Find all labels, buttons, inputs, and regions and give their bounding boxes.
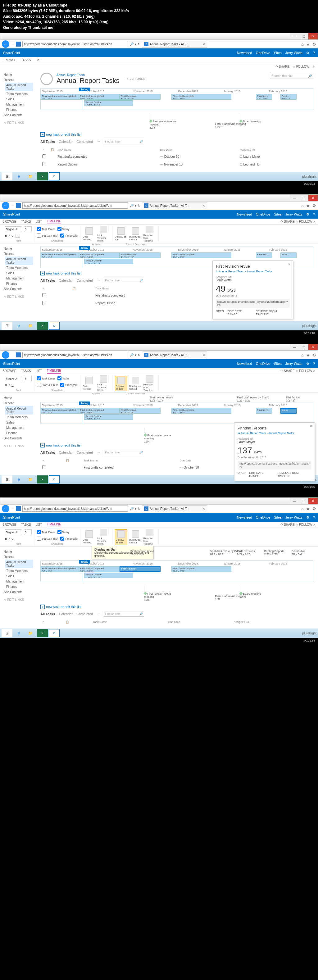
- view-all-tasks[interactable]: All Tasks: [40, 140, 55, 143]
- browser-tab[interactable]: S Annual Report Tasks - All T... ✕: [142, 41, 207, 48]
- callout-final-draft-revue[interactable]: Final draft revue meeting1/22: [215, 123, 246, 129]
- task-checkbox[interactable]: [42, 154, 46, 158]
- main-content: Search this site🔎 Annual Report Team Ann…: [36, 70, 318, 172]
- table-row[interactable]: First drafts completed⋯ October 30☐ Laur…: [41, 153, 313, 160]
- remove-timeline-button[interactable]: Remove from Timeline: [143, 226, 156, 242]
- callout-top-dist[interactable]: Distribution3/2 - 3/4: [286, 396, 300, 402]
- minimize-button[interactable]: —: [290, 33, 299, 40]
- nav-management[interactable]: Management: [5, 102, 33, 107]
- popup-close-icon[interactable]: ✕: [288, 263, 290, 266]
- task-callout-popup: ✕ First revision revue In Annual Report …: [212, 261, 293, 319]
- popup-breadcrumb[interactable]: In Annual Report Team › Annual Report Ta…: [216, 270, 290, 273]
- share-bar: ↷ SHARE ☆ FOLLOW ⤢: [0, 64, 318, 70]
- follow-icon[interactable]: ☆ FOLLOW: [293, 65, 309, 68]
- nav-team-members[interactable]: Team Members: [5, 91, 33, 97]
- frame-3: —☐✕ ←→ http://report.globomantics.com/_l…: [0, 344, 318, 484]
- bar-final-draft[interactable]: Final draft complete12/7 - 1/22: [172, 94, 231, 100]
- nav-recent[interactable]: Recent: [3, 77, 33, 83]
- share-icon[interactable]: ↷ SHARE: [275, 65, 289, 68]
- explorer-taskbar-button[interactable]: 📁: [25, 172, 36, 180]
- home-icon[interactable]: ⌂: [301, 42, 304, 46]
- meta-file: File: 02_03-Display as a Callout.mp4: [3, 3, 315, 8]
- task-checkbox[interactable]: [42, 162, 46, 166]
- tab-title: Annual Report Tasks - All T...: [150, 43, 189, 46]
- find-input[interactable]: Find an item🔎: [104, 139, 144, 145]
- maximize-button[interactable]: ☐: [299, 33, 308, 40]
- nav-annual-report-tasks[interactable]: Annual Report Tasks: [5, 83, 33, 91]
- bar-drafts[interactable]: First drafts completed10/1 - 10/30: [79, 94, 120, 100]
- onedrive-link[interactable]: OneDrive: [256, 51, 270, 55]
- date-format-button[interactable]: Date Format: [83, 227, 95, 241]
- new-task-link[interactable]: +new task or edit this list: [40, 133, 313, 136]
- bar-print-selected[interactable]: Printi...: [280, 408, 297, 414]
- close-button[interactable]: ✕: [308, 33, 318, 40]
- refresh-icon[interactable]: ↻: [138, 42, 140, 46]
- meta-video: Video: h264, yuv420p, 1024x768, 265 kb/s…: [3, 19, 315, 25]
- meta-size: Size: 8043296 bytes (7.67 MiB), duration…: [3, 8, 315, 14]
- focus-icon[interactable]: ⤢: [312, 65, 315, 68]
- tools-icon[interactable]: ⚙: [312, 42, 316, 46]
- callout-top-final-draft[interactable]: Final draft revue by Board1/22 - 1/22: [237, 396, 269, 402]
- settings-icon[interactable]: ⚙: [306, 51, 309, 55]
- display-bar-button-highlighted[interactable]: Display as Bar: [115, 376, 127, 391]
- popup-remove-button[interactable]: REMOVE FROM TIMELINE: [256, 310, 290, 316]
- edit-links-button[interactable]: ✎ EDIT LINKS: [126, 77, 145, 80]
- sites-link[interactable]: Sites: [274, 51, 281, 55]
- bar-final-rev[interactable]: Final revi...2/2 - 2/12: [256, 94, 272, 100]
- callout-first-rev[interactable]: First revision revuemeeting12/4: [150, 113, 177, 129]
- view-calendar[interactable]: Calendar: [59, 140, 73, 143]
- ie-address-bar: ← → http://report.globomantics.com/_layo…: [0, 40, 318, 48]
- timestamp-4: 00:02:14: [0, 638, 318, 643]
- font-size-input[interactable]: [24, 226, 32, 232]
- today-marker: Today: [79, 88, 90, 91]
- display-bar-button[interactable]: Display as Bar: [115, 227, 127, 241]
- user-menu[interactable]: Jerry Watts: [285, 51, 302, 55]
- search-icon[interactable]: 🔎: [129, 42, 134, 46]
- bar-first-rev[interactable]: First Revision11/2 - 11/30: [119, 94, 161, 100]
- dropdown-icon[interactable]: ▾: [135, 42, 137, 46]
- nav-site-contents[interactable]: Site Contents: [3, 112, 33, 118]
- tab-timeline[interactable]: TIMELINE: [47, 219, 61, 224]
- bar-finance[interactable]: Finance documents completed9/1 - 10/1: [41, 94, 79, 100]
- tab-list[interactable]: LIST: [36, 58, 42, 62]
- bar-outline[interactable]: Report Outline10/12 - 11/13: [84, 100, 133, 106]
- timestamp-3: 00:01:56: [0, 484, 318, 490]
- popup-edit-button[interactable]: EDIT DATE RANGE: [227, 310, 252, 316]
- ie-taskbar-button[interactable]: e: [13, 172, 24, 180]
- breadcrumb[interactable]: Annual Report Team: [57, 73, 119, 77]
- popup-open-button[interactable]: OPEN: [216, 310, 224, 316]
- site-logo: [40, 73, 53, 85]
- popup-assignee: Jerry Watts: [216, 278, 290, 282]
- url-input[interactable]: http://report.globomantics.com/_layouts/…: [22, 41, 128, 47]
- help-icon[interactable]: ?: [313, 51, 315, 55]
- frame-4: —☐✕ ←→ http://report.globomantics.com/_l…: [0, 498, 318, 638]
- tab-tasks[interactable]: TASKS: [21, 58, 31, 62]
- nav-edit-links[interactable]: ✎ EDIT LINKS: [3, 120, 33, 126]
- newsfeed-link[interactable]: Newsfeed: [237, 51, 252, 55]
- window-titlebar: — ☐ ✕: [0, 33, 318, 40]
- tab-close-icon[interactable]: ✕: [202, 43, 205, 46]
- outlook-taskbar-button[interactable]: O: [49, 172, 60, 180]
- favorites-icon[interactable]: ★: [306, 42, 310, 46]
- display-callout-button[interactable]: Display as Callout: [129, 227, 142, 241]
- tab-browse[interactable]: BROWSE: [3, 58, 16, 62]
- popup-url[interactable]: http://report.globomantics.com/_layouts/…: [216, 299, 290, 308]
- font-select[interactable]: [5, 226, 22, 232]
- forward-button[interactable]: →: [11, 42, 14, 46]
- nav-finance[interactable]: Finance: [5, 107, 33, 112]
- table-row[interactable]: Report Outline⋯ November 13☐ Leonard Ho: [41, 161, 313, 168]
- timeline-view[interactable]: Today September 2015 October 2015 Novemb…: [40, 88, 313, 110]
- search-input[interactable]: Search this site🔎: [270, 73, 313, 79]
- view-completed[interactable]: Completed: [76, 140, 93, 143]
- nav-sales[interactable]: Sales: [5, 97, 33, 102]
- display-bar-button-hover[interactable]: Display as Bar: [115, 530, 127, 545]
- lock-width-button[interactable]: Lock Timeline Width: [97, 226, 110, 242]
- bar-first-rev-selected[interactable]: First Revision11/2 - 11/30: [119, 566, 161, 572]
- callout-top-first-rev[interactable]: First revision revue12/2 - 12/3: [150, 396, 173, 402]
- nav-home[interactable]: Home: [3, 72, 33, 77]
- popup-days-count: 49: [216, 284, 226, 294]
- back-button[interactable]: ←: [2, 40, 9, 48]
- start-button[interactable]: ⊞: [2, 172, 13, 180]
- excel-taskbar-button[interactable]: X: [37, 172, 48, 180]
- bar-print[interactable]: Printi...2/22 - 3: [280, 94, 297, 100]
